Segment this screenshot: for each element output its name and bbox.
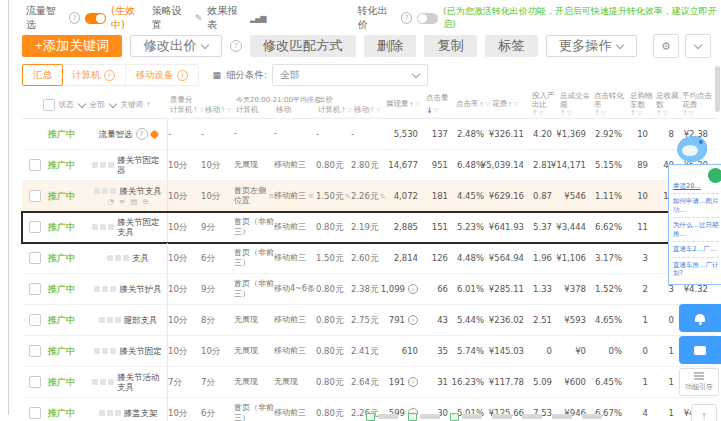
rank-mobile: 移动前三 (274, 222, 306, 232)
rank-mobile: 移动前三 (274, 408, 306, 418)
column-header-cvr[interactable]: 点击转化率↑▽ (594, 90, 630, 119)
column-header-ppc[interactable]: 平均点击花费↑▽ (682, 90, 716, 119)
info-circle-icon: i (408, 315, 418, 325)
keyword-label[interactable]: 膝盖支架 (124, 408, 158, 418)
column-header-ctr[interactable]: 点击率↑▽ (456, 90, 492, 119)
bid-pc[interactable]: 0.80元 (316, 222, 343, 232)
help-link[interactable]: 为什么…过日期推… (673, 218, 719, 242)
qs-pc-header[interactable]: 计算机↑▽ (168, 105, 203, 115)
bid-pc[interactable]: 0.80元 (316, 377, 343, 387)
conversion-bid-toggle[interactable] (417, 13, 438, 24)
row-checkbox[interactable] (29, 314, 41, 326)
add-keyword-button[interactable]: +添加关键词 (22, 35, 122, 57)
table-row: 推广中 膝关节护具 ? ◔≡▤⊖ 10分 9分 首页（非前三）≡ 移动4~6条≡… (22, 274, 716, 305)
all-filter[interactable]: 全部 (90, 100, 117, 110)
quality-score-mobile: 10分 (201, 181, 234, 211)
keyword-label[interactable]: 腿部支具 (124, 315, 158, 325)
row-checkbox[interactable] (29, 407, 41, 419)
bid-pc[interactable]: 0.80元 (316, 284, 343, 294)
bid-pc[interactable]: 0.80元 (316, 160, 343, 170)
row-checkbox[interactable] (29, 221, 41, 233)
keyword-label[interactable]: 膝关节护具 (119, 284, 162, 294)
qs-mobile-header[interactable]: 移动↑▽ (203, 105, 234, 115)
row-checkbox[interactable] (29, 345, 41, 357)
rank-mobile: 移动4~6条 (274, 284, 315, 294)
tab-mobile[interactable]: 移动设备? (126, 65, 198, 85)
bid-pc[interactable]: 0.80元 (316, 346, 343, 356)
column-header-impressions[interactable]: 展现量↑▽ (386, 90, 426, 119)
copy-button[interactable]: 复制 (424, 35, 477, 57)
more-actions-dropdown[interactable]: 更多操作 (546, 35, 637, 57)
column-header-cart[interactable]: 总购物车数↑▽ (630, 90, 656, 119)
bid-pc[interactable]: 0.80元 (316, 315, 343, 325)
back-to-top-button[interactable]: ↑ (691, 404, 717, 421)
help-float-icon[interactable] (706, 166, 721, 185)
mascot-icon[interactable] (677, 136, 707, 162)
pencil-icon[interactable]: ✎ (344, 192, 350, 201)
select-all-checkbox[interactable] (43, 99, 55, 111)
bid-mobile[interactable]: - (351, 129, 354, 139)
tab-pc[interactable]: 计算机? (62, 65, 126, 85)
column-header-clicks[interactable]: 点击量↓▽ (426, 90, 456, 119)
cost-value: ¥326.11 (492, 119, 532, 149)
feedback-button[interactable] (679, 336, 721, 364)
bid-pc[interactable]: 1.50元 (316, 253, 343, 263)
column-header-gmv[interactable]: 总成交金额↑▽ (560, 90, 594, 119)
bid-mobile[interactable]: 2.80元 (351, 160, 378, 170)
bid-mobile[interactable]: 2.75元 (351, 315, 378, 325)
bid-mobile[interactable]: 2.38元 (351, 284, 378, 294)
modify-bid-dropdown[interactable]: 修改出价 (130, 35, 221, 57)
keyword-label[interactable]: 膝关节活动支具 (117, 372, 164, 392)
keyword-label[interactable]: 膝关节固定 (119, 346, 162, 356)
help-link[interactable]: 直通车推…广计划? (673, 258, 719, 281)
keyword-label[interactable]: 支具 (132, 253, 149, 263)
column-header-roi[interactable]: 投入产出比↑▽ (532, 90, 560, 119)
bid-pc[interactable]: - (316, 129, 319, 139)
keyword-column-header[interactable]: 关键词 ↑ (121, 100, 152, 110)
help-link[interactable]: 如何申请…图片功… (673, 194, 719, 218)
bid-pc-header[interactable]: 计算机↑▽ (316, 105, 352, 115)
column-header-cost[interactable]: 花费↑▽ (492, 90, 532, 119)
keyword-tool-icons[interactable]: ◔≡▤⊖ (107, 197, 148, 206)
settings-button[interactable]: ⚙ (653, 34, 679, 58)
traffic-smart-label: 流量智选 (26, 4, 64, 32)
keyword-label[interactable]: 膝关节支具 (119, 186, 162, 196)
bid-pc[interactable]: 1.50元 (316, 191, 343, 201)
help-link[interactable]: 直通车2…厂… (673, 242, 719, 257)
bid-group-header: 出价 计算机↑▽ 移动↑▽ (316, 90, 386, 119)
bid-mobile-header[interactable]: 移动↑▽ (352, 105, 386, 115)
clicks-value: 43 (426, 305, 456, 335)
column-header-fav[interactable]: 总收藏数↑▽ (656, 90, 682, 119)
strategy-settings-link[interactable]: 策略设置 (152, 4, 190, 32)
bid-mobile[interactable]: 2.60元 (351, 253, 378, 263)
keyword-label[interactable]: 流量智选 (99, 129, 133, 139)
bid-mobile[interactable]: 2.19元 (351, 222, 378, 232)
bid-mobile[interactable]: 2.64元 (351, 377, 378, 387)
delete-button[interactable]: 删除 (364, 35, 417, 57)
row-checkbox[interactable] (29, 376, 41, 388)
pencil-icon[interactable]: ✎ (379, 192, 385, 201)
feature-guide-button[interactable]: 功能引导 (679, 368, 719, 396)
tab-summary[interactable]: 汇总 (22, 64, 63, 86)
bid-pc[interactable]: 0.80元 (316, 408, 343, 418)
filter-select[interactable]: 全部 (272, 64, 428, 86)
bid-mobile[interactable]: 2.41元 (351, 346, 378, 356)
tag-button[interactable]: 标签 (485, 35, 538, 57)
keyword-label[interactable]: 膝关节固定器 (117, 155, 164, 175)
info-icon: ? (136, 128, 148, 140)
row-checkbox[interactable] (29, 283, 41, 295)
row-checkbox[interactable] (29, 159, 41, 171)
quality-score-mobile: 6分 (201, 243, 234, 273)
traffic-smart-toggle[interactable] (85, 13, 106, 24)
modify-match-button[interactable]: 修改匹配方式 (250, 35, 356, 57)
collapse-button[interactable] (685, 34, 711, 58)
report-link[interactable]: 效果报表 (207, 4, 245, 32)
keyword-label[interactable]: 膝关节固定支具 (117, 217, 164, 237)
notification-button[interactable] (679, 304, 721, 332)
bid-mobile[interactable]: 2.26元 (351, 191, 378, 201)
status-filter[interactable]: 状态 (59, 100, 86, 110)
row-checkbox[interactable] (29, 190, 41, 202)
quality-score-pc: 10分 (168, 243, 201, 273)
check-icon (450, 413, 459, 421)
row-checkbox[interactable] (29, 252, 41, 264)
